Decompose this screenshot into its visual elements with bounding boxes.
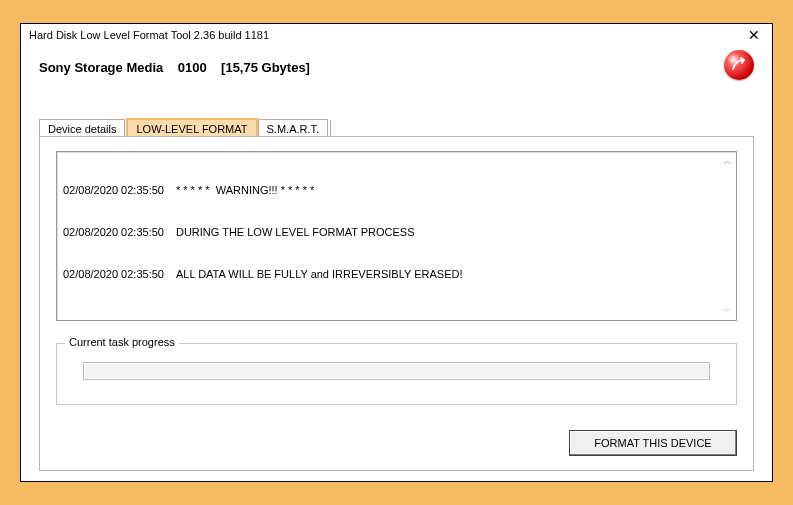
device-name: Sony Storage Media bbox=[39, 60, 163, 75]
close-icon[interactable]: ✕ bbox=[742, 26, 766, 44]
log-timestamp: 02/08/2020 02:35:50 bbox=[63, 225, 164, 239]
device-header: Sony Storage Media 0100 [15,75 Gbytes] bbox=[21, 46, 772, 85]
device-size: [15,75 Gbytes] bbox=[221, 60, 310, 75]
tab-smart[interactable]: S.M.A.R.T. bbox=[258, 119, 329, 137]
device-code: 0100 bbox=[178, 60, 207, 75]
progress-group: Current task progress bbox=[56, 343, 737, 405]
format-device-button[interactable]: FORMAT THIS DEVICE bbox=[569, 430, 737, 456]
log-message: * * * * * WARNING!!! * * * * * bbox=[176, 183, 314, 197]
log-line: 02/08/2020 02:35:50 * * * * * WARNING!!!… bbox=[63, 183, 730, 197]
progress-bar bbox=[83, 362, 710, 380]
app-window: Hard Disk Low Level Format Tool 2.36 bui… bbox=[20, 23, 773, 482]
log-line: 02/08/2020 02:35:50 ALL DATA WILL BE FUL… bbox=[63, 267, 730, 281]
scroll-down-icon[interactable]: ﹀ bbox=[721, 305, 733, 317]
tab-separator bbox=[330, 120, 331, 136]
log-timestamp: 02/08/2020 02:35:50 bbox=[63, 183, 164, 197]
app-logo-icon bbox=[724, 50, 754, 80]
log-output[interactable]: 02/08/2020 02:35:50 * * * * * WARNING!!!… bbox=[56, 151, 737, 321]
log-message: ALL DATA WILL BE FULLY and IRREVERSIBLY … bbox=[176, 267, 463, 281]
log-timestamp: 02/08/2020 02:35:50 bbox=[63, 267, 164, 281]
window-title: Hard Disk Low Level Format Tool 2.36 bui… bbox=[29, 29, 742, 41]
tab-panel: 02/08/2020 02:35:50 * * * * * WARNING!!!… bbox=[39, 136, 754, 471]
tab-low-level-format[interactable]: LOW-LEVEL FORMAT bbox=[126, 118, 257, 137]
log-line: 02/08/2020 02:35:50 DURING THE LOW LEVEL… bbox=[63, 225, 730, 239]
progress-label: Current task progress bbox=[65, 336, 179, 348]
tab-device-details[interactable]: Device details bbox=[39, 119, 125, 137]
titlebar: Hard Disk Low Level Format Tool 2.36 bui… bbox=[21, 24, 772, 46]
tab-bar: Device details LOW-LEVEL FORMAT S.M.A.R.… bbox=[39, 116, 754, 136]
log-message: DURING THE LOW LEVEL FORMAT PROCESS bbox=[176, 225, 415, 239]
scroll-up-icon[interactable]: ︿ bbox=[721, 155, 733, 167]
